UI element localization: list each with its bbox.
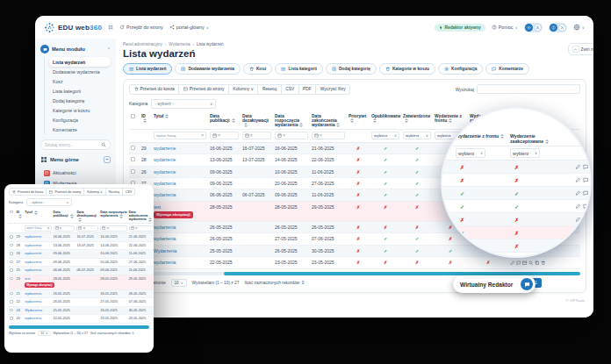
toolbar-button-przenie-do-strony[interactable]: Przenieś do strony — [179, 84, 229, 95]
accessibility-toggle[interactable] — [549, 23, 567, 32]
col-approved[interactable]: Zatwierdzone — [401, 112, 433, 130]
user-icon[interactable] — [534, 24, 542, 32]
title-filter-input[interactable]: wpisz frazę× — [25, 225, 51, 232]
row-checkbox[interactable] — [10, 268, 13, 272]
sort-icon[interactable] — [350, 118, 354, 123]
event-title-link[interactable]: wydarzenia — [154, 225, 176, 230]
clear-icon[interactable]: × — [135, 225, 138, 231]
select-all-checkbox[interactable] — [131, 114, 135, 118]
chat-action-icon[interactable] — [583, 190, 589, 196]
event-title-link[interactable]: wydarzenia — [25, 317, 41, 320]
top-menu-item-aktualno-ci[interactable]: Aktualności — [42, 168, 111, 178]
tab-lista-kategorii[interactable]: Lista kategorii — [275, 63, 323, 75]
horizontal-scrollbar[interactable] — [9, 325, 149, 329]
event-title-link[interactable]: test — [25, 277, 30, 281]
apps-grid-icon[interactable] — [108, 25, 113, 30]
toolbar-button-kolumny[interactable]: Kolumny ∨ — [229, 84, 259, 95]
scrollbar-thumb[interactable] — [224, 272, 580, 275]
toolbar-button-pdf[interactable]: PDF — [299, 84, 317, 95]
category-select[interactable]: - wybierz -∨ — [151, 99, 216, 109]
close-icon[interactable] — [558, 24, 566, 32]
sort-icon[interactable] — [232, 118, 235, 123]
collapse-minus-icon[interactable]: − — [104, 156, 111, 163]
chat-action-icon[interactable] — [583, 177, 589, 183]
event-title-link[interactable]: wydarzenia — [25, 261, 41, 264]
breadcrumb-item[interactable]: Panel administracyjny — [123, 42, 162, 46]
col-deact-date[interactable]: Data dezaktywacji — [241, 112, 273, 130]
clear-icon[interactable]: × — [283, 132, 285, 138]
category-select[interactable]: - wybierz -∨ — [26, 198, 72, 206]
event-title-link[interactable]: wydarzenie — [154, 157, 176, 162]
date-filter[interactable]: × — [312, 132, 345, 139]
date-filter[interactable]: × — [210, 132, 239, 139]
clear-icon[interactable]: × — [218, 132, 220, 138]
toolbar-button-resetuj[interactable]: Resetuj — [258, 84, 281, 95]
title-filter-input[interactable]: wpisz frazę× — [154, 132, 206, 139]
accepted-filter-select[interactable]: wybierz∨ — [510, 148, 540, 158]
portal-select[interactable]: portal-główny∨ — [169, 25, 209, 30]
event-title-link[interactable]: wydarzenia — [25, 300, 41, 303]
tab-dodaj-kategori-[interactable]: Dodaj kategorię — [326, 63, 377, 75]
row-checkbox[interactable] — [10, 309, 13, 312]
sort-icon[interactable] — [148, 218, 152, 222]
date-filter[interactable]: × — [54, 225, 75, 232]
row-checkbox[interactable] — [10, 317, 13, 320]
event-title-link[interactable]: wydarzenie — [25, 252, 41, 255]
clear-icon[interactable]: × — [60, 225, 62, 231]
event-title-link[interactable]: wydarzenia — [25, 268, 41, 272]
toolbar-button-wyczy-filtry[interactable]: Wyczyść filtry — [316, 84, 350, 95]
virtual-editor-button[interactable]: Wirtualny Redaktor — [453, 275, 536, 293]
trash-action-icon[interactable] — [541, 261, 546, 266]
module-menu-header[interactable]: Menu modułu ⌃ — [40, 45, 111, 54]
col-front[interactable]: Wydarzenie z frontu — [433, 112, 468, 130]
sort-icon[interactable] — [70, 214, 74, 218]
sidebar-item-kosz[interactable]: Kosz — [49, 76, 111, 86]
event-title-link[interactable]: wydarzenie — [25, 235, 41, 239]
pencil-action-icon[interactable] — [575, 177, 581, 183]
sidebar-item-lista-wydarze-[interactable]: Lista wydarzeń — [49, 57, 111, 67]
clear-icon[interactable]: × — [320, 132, 322, 138]
sidebar-item-lista-kategorii[interactable]: Lista kategorii — [49, 86, 111, 96]
chat-action-icon[interactable] — [583, 164, 589, 170]
sidebar-item-kategorie-w-koszu[interactable]: Kategorie w koszu — [49, 105, 111, 115]
pencil-action-icon[interactable] — [510, 261, 515, 266]
chevron-up-icon[interactable]: ⌃ — [107, 46, 111, 52]
frame-action-icon[interactable] — [590, 177, 592, 183]
date-filter[interactable]: × — [76, 225, 98, 232]
event-title-link[interactable]: Wydarzenia — [154, 248, 176, 253]
col-start-date[interactable]: Data rozpoczęcia wydarzenia — [273, 112, 310, 130]
sort-icon[interactable] — [299, 123, 303, 127]
row-checkbox[interactable] — [10, 261, 13, 264]
clear-icon[interactable]: × — [250, 132, 253, 138]
sort-icon[interactable] — [165, 114, 169, 118]
front-filter-select[interactable]: wybierz∨ — [456, 148, 485, 158]
row-checkbox[interactable] — [10, 300, 13, 303]
contrast-toggle[interactable] — [524, 23, 543, 32]
date-filter[interactable]: × — [242, 132, 271, 139]
event-title-link[interactable]: test — [154, 204, 161, 210]
clear-icon[interactable]: × — [47, 225, 50, 231]
event-title-link[interactable]: wydarzenie — [154, 169, 176, 175]
sort-icon[interactable] — [373, 118, 377, 123]
row-checkbox[interactable] — [131, 169, 135, 174]
date-filter[interactable]: × — [275, 132, 308, 139]
sort-icon[interactable] — [405, 118, 408, 123]
toolbar-button-kolumny[interactable]: Kolumny ∨ — [84, 188, 106, 196]
pencil-action-icon[interactable] — [575, 203, 581, 210]
toolbar-button-przenie-do-kosza[interactable]: Przenieś do kosza — [129, 84, 179, 95]
tab-komentarze[interactable]: Komentarze — [485, 63, 528, 75]
sidebar-search-input[interactable]: Szukaj strony... — [40, 139, 111, 150]
select-all-checkbox[interactable] — [10, 211, 13, 214]
col-title[interactable]: Tytuł — [152, 112, 208, 130]
tab-dodawanie-wydarzenia[interactable]: Dodawanie wydarzenia — [175, 63, 241, 75]
published-filter-select[interactable]: wybierz∨ — [371, 132, 399, 139]
event-title-link[interactable]: wydarzenia — [154, 181, 176, 186]
col-pub-date[interactable]: Data publikacji — [208, 112, 241, 130]
collapse-menu-button[interactable]: Zwiń menu — [568, 43, 593, 55]
clear-icon[interactable]: × — [201, 132, 204, 138]
row-checkbox[interactable] — [10, 277, 13, 281]
search-input[interactable] — [477, 84, 580, 94]
breadcrumb-item[interactable]: Wydarzenia — [169, 42, 190, 46]
top-menu-header[interactable]: Menu górne − — [40, 156, 111, 163]
sort-icon[interactable] — [244, 123, 248, 127]
